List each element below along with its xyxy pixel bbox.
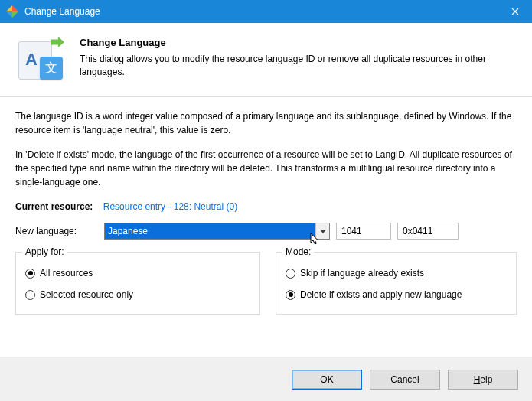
radio-icon bbox=[286, 269, 295, 279]
help-button-rest: elp bbox=[480, 374, 492, 385]
radio-icon bbox=[25, 269, 35, 279]
radio-skip-if-exists[interactable]: Skip if language already exists bbox=[286, 268, 507, 279]
cancel-button[interactable]: Cancel bbox=[370, 370, 440, 390]
language-selected-value: Japanese bbox=[105, 223, 315, 239]
chevron-down-icon bbox=[320, 230, 326, 233]
apply-for-group: Apply for: All resources Selected resour… bbox=[15, 252, 260, 315]
apply-for-legend: Apply for: bbox=[22, 246, 67, 257]
new-language-label: New language: bbox=[15, 226, 98, 236]
current-resource-link[interactable]: Resource entry - 128: Neutral (0) bbox=[103, 201, 237, 212]
language-icon: 文 bbox=[15, 37, 64, 86]
close-button[interactable] bbox=[498, 0, 532, 23]
radio-label: Delete if exists and apply new language bbox=[300, 289, 462, 300]
current-resource-row: Current resource: Resource entry - 128: … bbox=[15, 201, 517, 212]
radio-label: Selected resource only bbox=[40, 289, 133, 300]
dialog-body: The language ID is a word integer value … bbox=[0, 97, 532, 321]
dialog-footer: OK Cancel Help bbox=[0, 357, 532, 401]
info-text-1: The language ID is a word integer value … bbox=[15, 109, 517, 137]
radio-icon bbox=[25, 290, 35, 300]
app-icon bbox=[6, 5, 18, 18]
header: 文 Change Language This dialog allows you… bbox=[0, 23, 532, 97]
lang-id-hex-input[interactable] bbox=[397, 223, 459, 240]
header-description: This dialog allows you to modify the res… bbox=[80, 53, 517, 80]
language-combobox[interactable]: Japanese bbox=[104, 223, 330, 240]
titlebar: Change Language bbox=[0, 0, 532, 23]
info-text-2: In 'Delete if exists' mode, the language… bbox=[15, 148, 517, 189]
close-icon bbox=[511, 8, 519, 15]
radio-all-resources[interactable]: All resources bbox=[25, 268, 250, 279]
radio-delete-if-exists[interactable]: Delete if exists and apply new language bbox=[286, 289, 507, 300]
radio-selected-only[interactable]: Selected resource only bbox=[25, 289, 250, 300]
help-button[interactable]: Help bbox=[448, 370, 518, 390]
radio-label: Skip if language already exists bbox=[300, 268, 424, 279]
mode-group: Mode: Skip if language already exists De… bbox=[276, 252, 517, 315]
header-heading: Change Language bbox=[80, 37, 517, 48]
radio-label: All resources bbox=[40, 268, 93, 279]
current-resource-label: Current resource: bbox=[15, 201, 93, 212]
ok-button[interactable]: OK bbox=[292, 370, 362, 390]
window-title: Change Language bbox=[24, 6, 498, 17]
combobox-arrow[interactable] bbox=[315, 223, 329, 239]
mode-legend: Mode: bbox=[282, 246, 314, 257]
radio-icon bbox=[286, 290, 295, 300]
lang-id-decimal-input[interactable] bbox=[336, 223, 391, 240]
new-language-row: New language: Japanese bbox=[15, 223, 517, 240]
